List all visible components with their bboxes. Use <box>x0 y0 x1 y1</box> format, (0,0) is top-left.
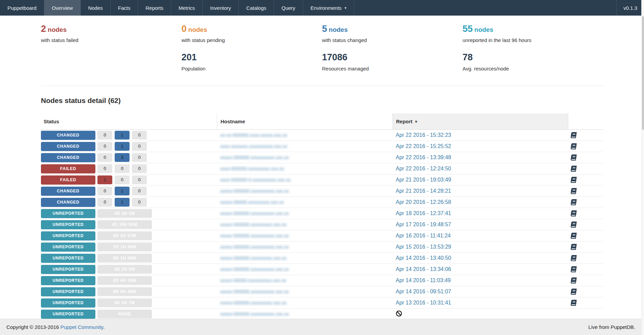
hostname-link[interactable]: xxxxx-00000.xxxxxxxxx.xxx.xx <box>220 200 284 205</box>
unreported-duration-badge: 8D 4H 35M <box>97 276 152 285</box>
report-date-link[interactable]: Apr 14 2016 - 11:03:49 <box>396 277 451 284</box>
report-date-link[interactable]: Apr 13 2016 - 10:31:41 <box>396 300 451 306</box>
report-date-link[interactable]: Apr 18 2016 - 12:37:41 <box>396 210 451 216</box>
report-date-link[interactable]: Apr 14 2016 - 09:51:07 <box>396 289 451 295</box>
book-icon[interactable] <box>571 266 577 272</box>
report-icon-cell <box>568 289 603 295</box>
hostname-cell: xxxxx-000000.xxxxxxxxxx.xxx.xx <box>217 154 392 161</box>
scrollbar-thumb[interactable] <box>642 16 644 130</box>
book-icon[interactable] <box>571 255 577 261</box>
navbar-brand[interactable]: Puppetboard <box>0 0 44 16</box>
navbar: Puppetboard OverviewNodesFactsReportsMet… <box>0 0 644 16</box>
book-icon[interactable] <box>571 300 577 306</box>
footer: Copyright © 2013-2016 Puppet Community. … <box>0 319 644 335</box>
report-date-link[interactable]: Apr 14 2016 - 13:34:06 <box>396 266 451 272</box>
count-badge-default: 0 <box>132 175 147 184</box>
count-badge-default: 0 <box>97 164 112 173</box>
hostname-link[interactable]: xx-xx-000000.xxxx-xxxxx.xxx.xx <box>220 132 287 138</box>
report-date-link[interactable]: Apr 22 2016 - 13:39:48 <box>396 154 451 161</box>
book-icon[interactable] <box>571 210 577 216</box>
column-header-hostname[interactable]: Hostname <box>217 113 392 129</box>
hostname-link[interactable]: xxxxx-000000.xxxxxxxxxx.xxx.xx <box>220 155 289 160</box>
column-header-report[interactable]: Report ▾ <box>392 113 568 129</box>
report-date-link[interactable]: Apr 20 2016 - 12:26:58 <box>396 199 451 205</box>
count-badge-default: 0 <box>132 198 147 207</box>
report-date-link[interactable]: Apr 22 2016 - 15:32:23 <box>396 132 451 138</box>
nav-item-nodes[interactable]: Nodes <box>80 0 110 16</box>
failed-nodes-stat[interactable]: 2nodes <box>41 24 67 34</box>
report-date-link[interactable]: Apr 16 2016 - 11:41:24 <box>396 233 451 239</box>
status-cell: CHANGED010 <box>41 198 217 207</box>
book-icon[interactable] <box>571 233 577 239</box>
book-icon[interactable] <box>571 154 577 161</box>
hostname-link[interactable]: xxxxx-000000.xxxxxxxxxx.xxx.xx <box>220 311 289 317</box>
book-icon[interactable] <box>571 177 577 183</box>
book-icon[interactable] <box>571 199 577 205</box>
nav-item-catalogs[interactable]: Catalogs <box>239 0 274 16</box>
hostname-link[interactable]: xxxx-000000.xxxxxxxxx.xxx.xx <box>220 166 284 171</box>
hostname-cell: xx-xx-000000.xxxx-xxxxx.xxx.xx <box>217 132 392 138</box>
column-header-status[interactable]: Status <box>41 113 217 129</box>
nav-item-overview[interactable]: Overview <box>44 0 81 16</box>
nav-item-environments[interactable]: Environments▾ <box>303 0 354 16</box>
status-badge: CHANGED <box>41 142 95 151</box>
book-icon[interactable] <box>571 166 577 172</box>
hostname-link[interactable]: xxxx-000000-0.xxxxxxxxxx.xxx.xx <box>220 177 291 183</box>
hostname-link[interactable]: xxxxx-000000.xxxxxxxxxx.xxx.xx <box>220 233 289 238</box>
hostname-link[interactable]: xxxxx-000000.xxxxxxxxxx.xxx.xx <box>220 267 289 272</box>
nav-item-metrics[interactable]: Metrics <box>171 0 203 16</box>
nav-item-facts[interactable]: Facts <box>111 0 138 16</box>
nav-item-query[interactable]: Query <box>274 0 303 16</box>
report-date-link[interactable]: Apr 22 2016 - 15:25:52 <box>396 143 451 149</box>
book-icon[interactable] <box>571 277 577 284</box>
hostname-link[interactable]: xxxxx-000000.xxxxxxxxxx.xxx.xx <box>220 211 289 216</box>
nav-item-inventory[interactable]: Inventory <box>203 0 239 16</box>
hostname-link[interactable]: xxxxx-000000.xxxxxxxxxx.xxx.xx <box>220 188 289 194</box>
book-icon[interactable] <box>571 244 577 250</box>
puppet-community-link[interactable]: Puppet Community <box>61 324 103 330</box>
status-badge: UNREPORTED <box>41 265 95 274</box>
scrollbar[interactable] <box>641 0 644 335</box>
status-badge: UNREPORTED <box>41 231 95 240</box>
book-icon[interactable] <box>571 188 577 194</box>
table-row: UNREPORTED7D 1H 45Mxxxxx-000000.xxxxxxxx… <box>41 242 603 253</box>
count-badge-default: 0 <box>132 153 147 162</box>
table-row: FAILED100xxxx-000000-0.xxxxxxxxxx.xxx.xx… <box>41 174 603 186</box>
nav-item-reports[interactable]: Reports <box>138 0 171 16</box>
failed-unit: nodes <box>48 26 67 33</box>
resources-metric: 17086 Resources managed <box>322 52 463 71</box>
hostname-cell: xxxxx-000000.xxxxxxxxxx.xxx.xx <box>217 210 392 216</box>
report-date-link[interactable]: Apr 21 2016 - 19:03:49 <box>396 177 451 183</box>
report-date-link[interactable]: Apr 14 2016 - 13:40:50 <box>396 255 451 261</box>
report-date-link[interactable]: Apr 21 2016 - 14:28:21 <box>396 188 451 194</box>
hostname-link[interactable]: xxxxx-000000.xxxxxxxxx.xxx.xx <box>220 300 286 306</box>
report-date-link[interactable]: Apr 17 2016 - 19:48:57 <box>396 222 451 228</box>
hostname-link[interactable]: xxxxx-000000.xxxxxxxxx.xxx.xx <box>220 255 286 261</box>
caret-down-icon: ▾ <box>345 6 347 10</box>
book-icon[interactable] <box>571 132 577 138</box>
unreported-nodes-stat[interactable]: 55nodes <box>463 24 493 34</box>
status-cell: CHANGED010 <box>41 187 217 196</box>
table-row: CHANGED010xxxxx-00000.xxxxxxxxx.xxx.xxAp… <box>41 197 603 208</box>
hostname-link[interactable]: xxxxx-000000.xxxxxxxxx.xxx.xx <box>220 222 286 227</box>
event-counts: 100 <box>97 175 147 184</box>
report-icon-cell <box>568 233 603 239</box>
resources-value: 17086 <box>322 52 463 63</box>
pending-nodes-stat[interactable]: 0nodes <box>182 24 207 34</box>
unreported-unit: nodes <box>475 26 493 33</box>
changed-nodes-stat[interactable]: 5nodes <box>322 24 348 34</box>
hostname-link[interactable]: xxxx-xxxxxxx.xxxxxxxxxx.xxx.xx <box>220 144 287 149</box>
table-row: UNREPORTED4D 19H 50Mxxxxx-000000.xxxxxxx… <box>41 219 603 230</box>
report-date-link[interactable]: Apr 15 2016 - 13:53:29 <box>396 244 451 250</box>
hostname-cell: xxxxx-000000.xxxxxxxxxx.xxx.xx <box>217 289 392 295</box>
book-icon[interactable] <box>571 289 577 295</box>
hostname-link[interactable]: xxxxx-00000.xxxxxxxxxx.xxx.xx <box>220 278 286 283</box>
hostname-link[interactable]: xxxxx-000000.xxxxxxxxxx.xxx.xx <box>220 244 289 250</box>
book-icon[interactable] <box>571 222 577 228</box>
hostname-link[interactable]: xxxxx-000000.xxxxxxxxxx.xxx.xx <box>220 289 289 294</box>
hostname-cell: xxxxx-000000.xxxxxxxxxx.xxx.xx <box>217 244 392 250</box>
book-icon[interactable] <box>571 143 577 149</box>
report-date-link[interactable]: Apr 22 2016 - 12:24:50 <box>396 166 451 172</box>
report-icon-cell <box>568 177 603 183</box>
stats-summary: 2nodes with status failed 0nodes with st… <box>41 16 603 71</box>
